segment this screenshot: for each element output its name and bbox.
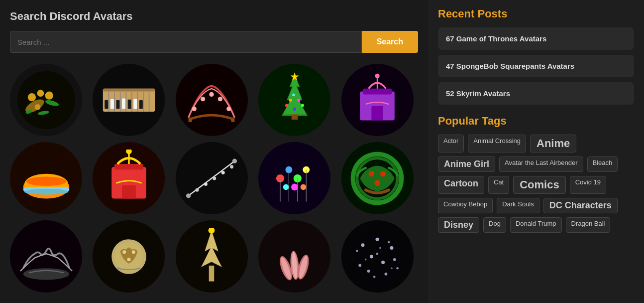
svg-point-79: [369, 170, 375, 176]
svg-point-29: [218, 97, 222, 101]
search-input[interactable]: [10, 31, 362, 53]
svg-point-116: [391, 267, 392, 269]
svg-point-5: [34, 104, 40, 110]
tag-dragon-ball[interactable]: Dragon Ball: [566, 217, 611, 233]
svg-point-106: [393, 258, 396, 261]
svg-point-72: [300, 184, 306, 190]
avatar-item[interactable]: [341, 220, 414, 293]
avatar-item[interactable]: [176, 220, 248, 293]
svg-point-62: [213, 176, 216, 180]
svg-point-80: [380, 170, 386, 176]
svg-point-104: [381, 261, 385, 264]
svg-rect-24: [133, 99, 137, 109]
svg-point-41: [292, 93, 295, 96]
svg-point-114: [365, 259, 366, 260]
svg-point-39: [289, 98, 292, 101]
page-layout: Search Discord Avatars Search: [0, 0, 644, 303]
tag-donald-trump[interactable]: Donald Trump: [510, 217, 562, 233]
svg-point-30: [226, 106, 231, 111]
tag-dark-souls[interactable]: Dark Souls: [497, 198, 539, 213]
svg-rect-19: [105, 100, 108, 109]
avatar-item[interactable]: [258, 220, 330, 293]
svg-point-107: [367, 270, 370, 273]
svg-point-108: [385, 272, 388, 275]
avatar-item[interactable]: [10, 220, 82, 293]
svg-point-103: [370, 255, 373, 258]
avatar-item[interactable]: [341, 64, 414, 136]
svg-rect-21: [116, 100, 119, 109]
sidebar: Recent Posts 67 Game of Thrones Avatars …: [428, 0, 644, 303]
svg-point-64: [230, 165, 233, 168]
avatar-item[interactable]: [93, 142, 165, 214]
tag-animal-crossing[interactable]: Animal Crossing: [468, 135, 526, 152]
svg-marker-91: [201, 248, 222, 267]
svg-point-71: [283, 184, 289, 190]
search-button[interactable]: Search: [362, 31, 418, 53]
svg-rect-42: [291, 114, 298, 120]
svg-point-115: [379, 247, 381, 248]
tag-avatar-the-last-airbender[interactable]: Avatar the Last Airbender: [499, 156, 583, 172]
svg-point-110: [356, 250, 358, 252]
tag-dc-characters[interactable]: DC Characters: [543, 198, 618, 213]
page-title: Search Discord Avatars: [10, 10, 418, 23]
svg-point-102: [390, 246, 394, 250]
avatar-item[interactable]: [341, 142, 414, 214]
svg-point-112: [373, 276, 376, 278]
search-bar: Search: [10, 31, 418, 53]
avatar-item[interactable]: [176, 142, 248, 214]
svg-rect-22: [122, 98, 125, 109]
avatar-item[interactable]: [10, 64, 82, 136]
svg-point-28: [210, 92, 214, 96]
avatar-item[interactable]: [10, 142, 82, 214]
svg-point-59: [186, 193, 191, 198]
avatar-item[interactable]: [258, 64, 330, 136]
svg-rect-23: [128, 99, 131, 109]
svg-point-37: [293, 107, 296, 110]
svg-point-81: [374, 180, 380, 186]
svg-rect-47: [371, 106, 383, 120]
tag-actor[interactable]: Actor: [438, 135, 464, 152]
svg-point-113: [388, 241, 390, 243]
popular-tags-title: Popular Tags: [438, 115, 634, 128]
svg-point-0: [17, 71, 75, 129]
avatar-item[interactable]: [93, 220, 165, 293]
tag-bleach[interactable]: Bleach: [587, 156, 618, 172]
avatar-item[interactable]: [93, 64, 165, 136]
svg-rect-92: [209, 265, 215, 281]
recent-post-item-3[interactable]: 52 Skyrim Avatars: [438, 82, 634, 105]
svg-rect-32: [231, 117, 235, 122]
svg-point-100: [361, 243, 365, 247]
tag-dog[interactable]: Dog: [483, 217, 506, 233]
avatar-grid: [10, 64, 418, 293]
svg-point-70: [291, 183, 298, 190]
svg-point-46: [375, 73, 379, 78]
tag-disney[interactable]: Disney: [438, 217, 479, 233]
svg-rect-20: [110, 99, 114, 109]
svg-rect-25: [139, 100, 143, 109]
tag-cat[interactable]: Cat: [488, 176, 509, 194]
svg-point-36: [285, 104, 288, 107]
recent-post-item-1[interactable]: 67 Game of Thrones Avatars: [438, 27, 634, 50]
tag-cartoon[interactable]: Cartoon: [438, 176, 484, 194]
tag-cowboy-bebop[interactable]: Cowboy Bebop: [438, 198, 493, 213]
avatar-item[interactable]: [176, 64, 248, 136]
svg-point-26: [192, 106, 197, 111]
svg-point-4: [45, 91, 53, 99]
svg-rect-44: [363, 88, 392, 94]
recent-post-item-2[interactable]: 47 SpongeBob Squarepants Avatars: [438, 55, 634, 77]
svg-point-38: [301, 104, 304, 107]
tag-anime[interactable]: Anime: [530, 135, 576, 152]
svg-point-109: [376, 252, 379, 255]
tag-anime-girl[interactable]: Anime Girl: [438, 156, 495, 172]
tag-comics[interactable]: Comics: [513, 176, 565, 194]
main-content: Search Discord Avatars Search: [0, 0, 428, 303]
svg-point-85: [122, 250, 126, 254]
svg-rect-54: [114, 164, 143, 170]
avatar-item[interactable]: [258, 142, 330, 214]
recent-posts-title: Recent Posts: [438, 7, 634, 20]
svg-point-86: [132, 250, 135, 254]
svg-point-61: [204, 182, 208, 186]
svg-point-40: [297, 98, 300, 101]
svg-point-65: [232, 158, 237, 163]
tag-covid-19[interactable]: Covid 19: [570, 176, 606, 194]
